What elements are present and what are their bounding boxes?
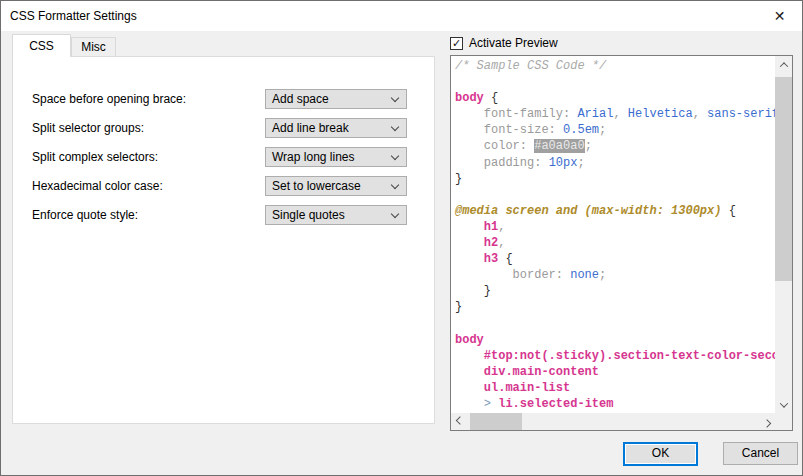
split-selector-groups-label: Split selector groups: bbox=[32, 121, 144, 135]
ok-button[interactable]: OK bbox=[623, 442, 698, 466]
horizontal-scroll-thumb[interactable] bbox=[470, 413, 522, 430]
settings-panel: Space before opening brace: Add space Sp… bbox=[12, 56, 435, 424]
form-row-hex-color-case: Hexadecimal color case: Set to lowercase bbox=[32, 176, 407, 196]
code-line bbox=[455, 187, 775, 203]
scroll-left-button[interactable] bbox=[451, 413, 468, 430]
chevron-down-icon bbox=[391, 94, 399, 102]
hex-color-case-select[interactable]: Set to lowercase bbox=[265, 176, 407, 196]
split-complex-selectors-value: Wrap long lines bbox=[272, 150, 355, 164]
code-line bbox=[455, 316, 775, 332]
code-line: } bbox=[455, 283, 775, 299]
code-line: @media screen and (max-width: 1300px) { bbox=[455, 203, 775, 219]
code-line: ul.main-list bbox=[455, 380, 775, 396]
tab-misc[interactable]: Misc bbox=[71, 37, 116, 56]
split-complex-selectors-label: Split complex selectors: bbox=[32, 150, 158, 164]
code-line: } bbox=[455, 299, 775, 315]
code-line: border: none; bbox=[455, 267, 775, 283]
checkmark-icon: ✓ bbox=[452, 38, 461, 49]
quote-style-label: Enforce quote style: bbox=[32, 208, 138, 222]
split-selector-groups-value: Add line break bbox=[272, 121, 349, 135]
space-before-brace-label: Space before opening brace: bbox=[32, 92, 186, 106]
close-button[interactable]: ✕ bbox=[757, 1, 802, 30]
horizontal-scrollbar[interactable] bbox=[451, 413, 775, 430]
chevron-down-icon bbox=[391, 181, 399, 189]
code-line: } bbox=[455, 171, 775, 187]
css-formatter-settings-dialog: CSS Formatter Settings ✕ CSS Misc Space … bbox=[0, 0, 803, 476]
code-line: font-family: Arial, Helvetica, sans-seri… bbox=[455, 106, 775, 122]
vertical-scroll-thumb[interactable] bbox=[775, 77, 792, 281]
hex-color-case-label: Hexadecimal color case: bbox=[32, 179, 163, 193]
code-line: body { bbox=[455, 90, 775, 106]
code-line: body bbox=[455, 332, 775, 348]
close-icon: ✕ bbox=[774, 8, 786, 24]
code-line: #top:not(.sticky).section-text-color-sec… bbox=[455, 348, 775, 364]
code-line: > li.selected-item bbox=[455, 396, 775, 412]
code-line: h2, bbox=[455, 235, 775, 251]
code-line: div.main-content bbox=[455, 364, 775, 380]
code-line: /* Sample CSS Code */ bbox=[455, 58, 775, 74]
scroll-right-button[interactable] bbox=[758, 413, 775, 430]
chevron-left-icon bbox=[455, 416, 463, 424]
split-selector-groups-select[interactable]: Add line break bbox=[265, 118, 407, 138]
form-row-split-complex-selectors: Split complex selectors: Wrap long lines bbox=[32, 147, 407, 167]
code-line: font-size: 0.5em; bbox=[455, 122, 775, 138]
chevron-down-icon bbox=[779, 399, 787, 407]
hex-color-case-value: Set to lowercase bbox=[272, 179, 361, 193]
scrollbar-corner bbox=[775, 413, 792, 430]
code-content: /* Sample CSS Code */ body { font-family… bbox=[451, 56, 775, 413]
scroll-down-button[interactable] bbox=[775, 396, 792, 413]
tab-css[interactable]: CSS bbox=[12, 34, 71, 57]
code-line: h1, bbox=[455, 219, 775, 235]
title-bar: CSS Formatter Settings bbox=[1, 1, 802, 31]
activate-preview-row: ✓ Activate Preview bbox=[450, 35, 558, 51]
form-row-space-before-brace: Space before opening brace: Add space bbox=[32, 89, 407, 109]
chevron-down-icon bbox=[391, 210, 399, 218]
cancel-button[interactable]: Cancel bbox=[723, 442, 798, 465]
vertical-scrollbar[interactable] bbox=[775, 56, 792, 413]
code-line: color: #a0a0a0; bbox=[455, 138, 775, 154]
activate-preview-checkbox[interactable]: ✓ bbox=[450, 37, 463, 50]
code-line: padding: 10px; bbox=[455, 155, 775, 171]
quote-style-value: Single quotes bbox=[272, 208, 345, 222]
split-complex-selectors-select[interactable]: Wrap long lines bbox=[265, 147, 407, 167]
form-row-split-selector-groups: Split selector groups: Add line break bbox=[32, 118, 407, 138]
space-before-brace-select[interactable]: Add space bbox=[265, 89, 407, 109]
window-title: CSS Formatter Settings bbox=[1, 9, 137, 23]
chevron-up-icon bbox=[779, 62, 787, 70]
chevron-right-icon bbox=[762, 419, 770, 427]
chevron-down-icon bbox=[391, 152, 399, 160]
code-line: h3 { bbox=[455, 251, 775, 267]
code-line bbox=[455, 74, 775, 90]
space-before-brace-value: Add space bbox=[272, 92, 329, 106]
scroll-up-button[interactable] bbox=[775, 56, 792, 73]
css-preview-box: /* Sample CSS Code */ body { font-family… bbox=[450, 55, 793, 431]
quote-style-select[interactable]: Single quotes bbox=[265, 205, 407, 225]
chevron-down-icon bbox=[391, 123, 399, 131]
activate-preview-label: Activate Preview bbox=[469, 36, 558, 50]
form-row-quote-style: Enforce quote style: Single quotes bbox=[32, 205, 407, 225]
